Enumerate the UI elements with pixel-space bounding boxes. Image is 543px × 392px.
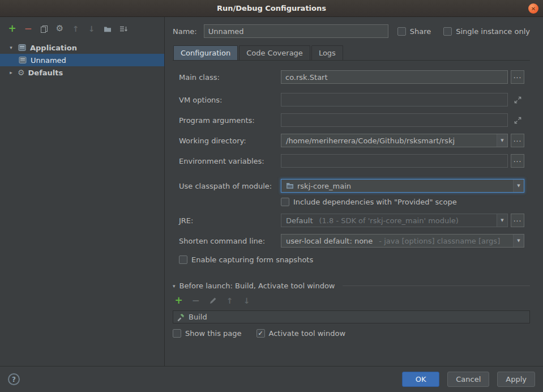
plus-icon: + — [174, 296, 182, 305]
browse-jre-button[interactable]: ... — [511, 214, 524, 227]
chevron-down-icon[interactable]: ▾ — [8, 45, 14, 50]
remove-configuration-button[interactable]: − — [23, 24, 33, 33]
program-arguments-input[interactable] — [281, 113, 508, 127]
run-debug-configurations-dialog: Run/Debug Configurations ✕ + − ⚙ ↑ ↓ — [0, 0, 543, 392]
close-button[interactable]: ✕ — [528, 3, 538, 14]
jre-value: Default — [286, 216, 313, 225]
before-launch-header[interactable]: ▾ Before launch: Build, Activate tool wi… — [173, 282, 530, 290]
move-up-button[interactable]: ↑ — [71, 24, 80, 33]
checkbox-box-checked: ✓ — [256, 329, 265, 338]
shorten-command-line-combo[interactable]: user-local default: none- java [options]… — [281, 234, 524, 248]
environment-variables-input[interactable] — [281, 154, 508, 168]
name-row: Name: Share Single instance only — [173, 24, 530, 39]
tree-item-defaults[interactable]: ▸ ⚙ Defaults — [0, 66, 164, 79]
add-configuration-button[interactable]: + — [7, 24, 17, 33]
add-task-button[interactable]: + — [174, 296, 183, 305]
name-input[interactable] — [204, 24, 388, 38]
edit-defaults-button[interactable]: ⚙ — [55, 24, 65, 33]
show-this-page-label: Show this page — [185, 329, 242, 338]
tree-item-unnamed[interactable]: Unnamed — [0, 54, 164, 66]
chevron-down-icon[interactable]: ▾ — [173, 283, 176, 289]
question-mark-icon: ? — [12, 376, 16, 384]
single-instance-checkbox[interactable]: Single instance only — [443, 27, 530, 36]
expand-vm-options-button[interactable] — [511, 93, 524, 106]
tree-item-label: Unnamed — [31, 56, 66, 65]
program-arguments-row: Program arguments: — [179, 113, 524, 127]
chevron-down-icon[interactable]: ▼ — [513, 180, 524, 192]
main-class-input[interactable] — [281, 70, 508, 84]
single-instance-label: Single instance only — [456, 27, 530, 36]
application-icon — [18, 43, 27, 52]
shorten-command-line-value: user-local default: none — [286, 237, 373, 245]
classpath-module-row: Use classpath of module: rskj-core_main … — [179, 178, 524, 193]
arrow-up-icon: ↑ — [226, 297, 233, 305]
sort-configurations-button[interactable] — [118, 24, 128, 33]
separator-line — [343, 286, 531, 286]
footer-buttons: OK Cancel Apply — [402, 372, 535, 387]
module-icon — [286, 182, 294, 190]
configuration-tab-content: Main class: ... VM options: Program argu… — [173, 61, 530, 264]
browse-main-class-button[interactable]: ... — [511, 70, 524, 84]
chevron-down-icon[interactable]: ▼ — [497, 134, 507, 147]
remove-task-button[interactable]: − — [191, 296, 200, 305]
include-dependencies-checkbox[interactable]: Include dependencies with "Provided" sco… — [281, 198, 457, 206]
name-row-options: Share Single instance only — [397, 27, 530, 36]
config-tabs: Configuration Code Coverage Logs — [173, 45, 530, 61]
main-class-row: Main class: ... — [179, 70, 524, 84]
tab-configuration[interactable]: Configuration — [173, 45, 238, 60]
chevron-down-icon[interactable]: ▼ — [513, 235, 524, 247]
task-label: Build — [189, 313, 207, 321]
tab-code-coverage[interactable]: Code Coverage — [239, 45, 310, 60]
capture-snapshots-checkbox[interactable]: Enable capturing form snapshots — [179, 255, 313, 264]
include-dependencies-row: Include dependencies with "Provided" sco… — [281, 198, 524, 206]
move-down-button[interactable]: ↓ — [87, 24, 96, 33]
vm-options-row: VM options: — [179, 92, 524, 107]
settings-icon: ⚙ — [18, 68, 25, 77]
show-this-page-checkbox[interactable]: Show this page — [173, 329, 242, 338]
browse-environment-variables-button[interactable]: ... — [511, 154, 524, 168]
tab-logs[interactable]: Logs — [311, 45, 343, 60]
move-task-up-button[interactable]: ↑ — [225, 296, 234, 305]
arrow-up-icon: ↑ — [72, 25, 79, 33]
classpath-module-combo[interactable]: rskj-core_main ▼ — [281, 179, 524, 193]
expand-program-arguments-button[interactable] — [511, 113, 524, 127]
apply-button[interactable]: Apply — [497, 372, 535, 387]
vm-options-label: VM options: — [179, 96, 281, 104]
ok-button[interactable]: OK — [402, 372, 439, 387]
jre-combo[interactable]: Default(1.8 - SDK of 'rskj-core_main' mo… — [281, 214, 508, 227]
copy-configuration-button[interactable] — [39, 24, 49, 33]
ellipsis-icon: ... — [514, 215, 521, 223]
working-directory-combo[interactable]: /home/meriherrera/Code/Github/rsksmart/r… — [281, 134, 508, 147]
copy-icon — [40, 24, 49, 33]
configurations-sidebar: + − ⚙ ↑ ↓ ▾ — [0, 17, 165, 366]
checkbox-box — [173, 329, 181, 338]
activate-tool-window-checkbox[interactable]: ✓ Activate tool window — [256, 329, 345, 338]
folder-icon — [103, 24, 112, 33]
help-button[interactable]: ? — [8, 373, 20, 385]
before-launch-task-build[interactable]: Build — [173, 310, 530, 323]
activate-tool-window-label: Activate tool window — [269, 329, 345, 338]
expand-icon — [514, 96, 522, 104]
tree-item-application[interactable]: ▾ Application — [0, 41, 164, 54]
shorten-command-line-row: Shorten command line: user-local default… — [179, 233, 524, 248]
move-task-down-button[interactable]: ↓ — [242, 296, 251, 305]
main-class-label: Main class: — [179, 73, 281, 82]
titlebar[interactable]: Run/Debug Configurations ✕ — [0, 0, 543, 17]
environment-variables-label: Environment variables: — [179, 157, 281, 165]
minus-icon: − — [24, 24, 32, 33]
vm-options-input[interactable] — [281, 93, 508, 106]
share-checkbox[interactable]: Share — [397, 27, 431, 36]
chevron-right-icon[interactable]: ▸ — [8, 70, 14, 75]
gear-icon: ⚙ — [56, 24, 63, 33]
dialog-footer: ? OK Cancel Apply — [0, 366, 543, 392]
create-folder-button[interactable] — [102, 24, 112, 33]
working-directory-value: /home/meriherrera/Code/Github/rsksmart/r… — [286, 137, 455, 145]
configuration-editor: Name: Share Single instance only Configu… — [165, 17, 543, 366]
include-dependencies-label: Include dependencies with "Provided" sco… — [293, 198, 457, 206]
cancel-button[interactable]: Cancel — [447, 372, 489, 387]
capture-snapshots-row: Enable capturing form snapshots — [179, 255, 524, 264]
edit-task-button[interactable] — [208, 296, 217, 305]
browse-working-directory-button[interactable]: ... — [511, 134, 524, 147]
share-label: Share — [410, 27, 431, 36]
chevron-down-icon[interactable]: ▼ — [497, 214, 507, 227]
